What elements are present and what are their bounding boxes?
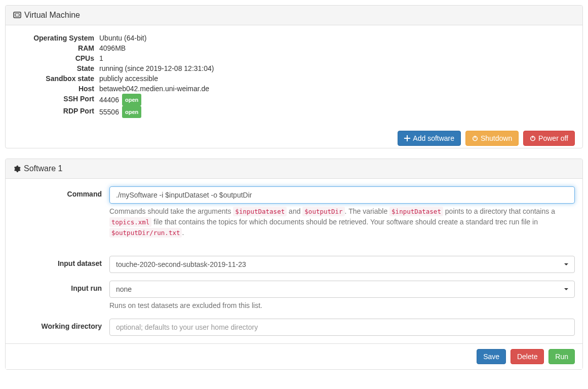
cpus-value: 1: [99, 53, 575, 63]
host-label: Host: [13, 84, 99, 94]
vm-panel-heading: Virtual Machine: [6, 6, 582, 25]
ram-label: RAM: [13, 43, 99, 53]
software-panel-title: Software 1: [24, 164, 62, 173]
run-label: Input run: [13, 281, 109, 311]
add-software-label: Add software: [413, 134, 454, 142]
software-panel-body: Command Commands should take the argumen…: [6, 179, 582, 343]
delete-button[interactable]: Delete: [511, 349, 544, 364]
dataset-value: touche-2020-second-subtask-2019-11-23: [116, 260, 246, 268]
workdir-input[interactable]: [109, 319, 575, 336]
command-input[interactable]: [109, 186, 575, 204]
svg-rect-0: [14, 12, 21, 18]
os-value: Ubuntu (64-bit): [99, 33, 575, 43]
power-off-button[interactable]: Power off: [523, 131, 575, 146]
add-software-button[interactable]: Add software: [398, 131, 461, 146]
run-button-label: Run: [555, 353, 568, 361]
power-icon: [530, 135, 536, 141]
save-button[interactable]: Save: [477, 349, 506, 364]
ram-value: 4096MB: [99, 43, 575, 53]
state-label: State: [13, 63, 99, 73]
vm-panel-body: Operating System Ubuntu (64-bit) RAM 409…: [6, 25, 582, 126]
run-help: Runs on test datasets are excluded from …: [109, 300, 575, 311]
dataset-label: Input dataset: [13, 256, 109, 273]
ssh-value: 44406: [99, 95, 119, 105]
sandbox-label: Sandbox state: [13, 73, 99, 84]
software-panel-heading: Software 1: [6, 159, 582, 179]
os-label: Operating System: [13, 33, 99, 43]
sandbox-value: publicly accessible: [99, 73, 575, 84]
run-value: none: [116, 285, 132, 293]
gear-icon: [13, 165, 21, 173]
command-help: Commands should take the arguments $inpu…: [109, 206, 575, 238]
workdir-label: Working directory: [13, 319, 109, 336]
code-input-dataset-2: $inputDataset: [389, 207, 443, 216]
rdp-label: RDP Port: [13, 106, 99, 118]
rdp-value: 55506: [99, 107, 119, 117]
power-icon: [472, 135, 478, 141]
shutdown-button[interactable]: Shutdown: [465, 131, 519, 146]
host-value: betaweb042.medien.uni-weimar.de: [99, 84, 575, 94]
save-label: Save: [483, 353, 499, 361]
svg-rect-1: [15, 14, 19, 16]
code-run-txt: $outputDir/run.txt: [109, 228, 182, 238]
ssh-open-badge: open: [122, 94, 141, 106]
vm-button-row: Add software Shutdown Power off: [6, 126, 582, 148]
rdp-open-badge: open: [122, 106, 141, 118]
svg-rect-3: [404, 138, 410, 139]
vm-icon: [13, 11, 21, 19]
code-output-dir: $outputDir: [302, 207, 344, 216]
delete-label: Delete: [517, 353, 537, 361]
cpus-label: CPUs: [13, 53, 99, 63]
power-off-label: Power off: [538, 134, 568, 142]
ssh-label: SSH Port: [13, 94, 99, 106]
plus-icon: [404, 135, 410, 141]
software-footer: Save Delete Run: [6, 343, 582, 369]
run-button[interactable]: Run: [548, 349, 575, 364]
dataset-select[interactable]: touche-2020-second-subtask-2019-11-23: [109, 256, 575, 273]
vm-panel-title: Virtual Machine: [24, 11, 80, 20]
code-input-dataset: $inputDataset: [233, 207, 287, 216]
code-topics-xml: topics.xml: [109, 217, 151, 227]
command-label: Command: [13, 186, 109, 248]
software-panel: Software 1 Command Commands should take …: [5, 159, 583, 370]
shutdown-label: Shutdown: [481, 134, 512, 142]
vm-panel: Virtual Machine Operating System Ubuntu …: [5, 5, 583, 148]
run-select[interactable]: none: [109, 281, 575, 298]
state-value: running (since 2019-12-08 12:31:04): [99, 63, 575, 73]
